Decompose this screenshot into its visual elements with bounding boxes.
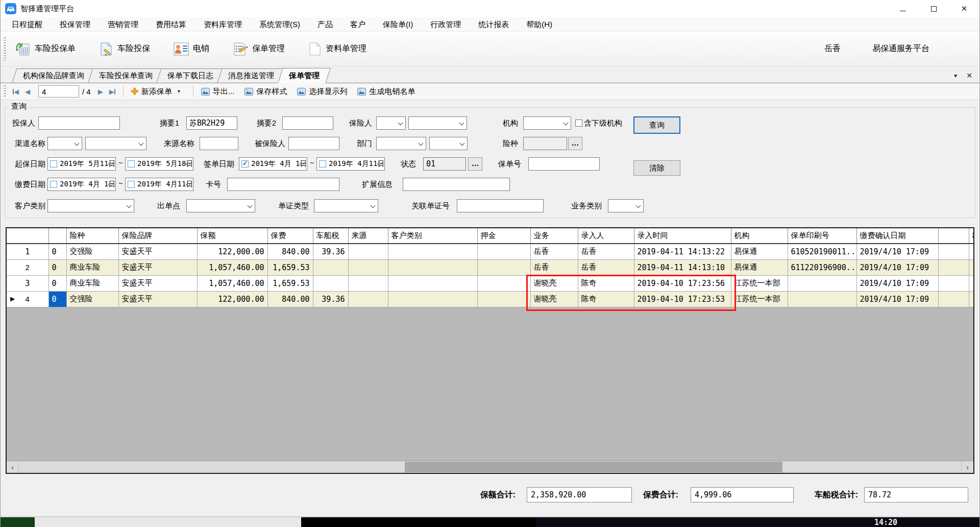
menu-system[interactable]: 系统管理(S) bbox=[251, 17, 309, 32]
cust-type-select[interactable] bbox=[47, 199, 134, 212]
scroll-right-icon[interactable]: › bbox=[961, 461, 973, 473]
grid-column-header-10[interactable]: 业务 bbox=[530, 228, 578, 244]
grid-cell[interactable]: 2019/4/10 17:09 bbox=[856, 291, 938, 307]
premium-total-value[interactable]: 4,999.06 bbox=[691, 487, 794, 502]
tab-org-brand-query[interactable]: 机构保险品牌查询 bbox=[12, 68, 95, 83]
status-input[interactable] bbox=[423, 157, 466, 171]
sign-date-to-picker[interactable]: 2019年 4月11日 bbox=[316, 157, 385, 171]
menu-policy[interactable]: 保险单(I) bbox=[374, 17, 422, 32]
insurer-select-2[interactable] bbox=[408, 116, 467, 130]
grid-cell[interactable] bbox=[938, 244, 969, 259]
record-number-input[interactable] bbox=[38, 85, 79, 98]
grid-column-header-7[interactable]: 来源 bbox=[348, 228, 388, 244]
grid-cell[interactable]: 岳香 bbox=[578, 259, 634, 275]
grid-cell[interactable]: 0 bbox=[48, 291, 66, 307]
minimize-button[interactable] bbox=[888, 0, 918, 17]
grid-cell[interactable] bbox=[477, 291, 530, 307]
grid-cell[interactable]: 2019-04-10 17:23:56 bbox=[634, 275, 731, 291]
channel-select-2[interactable] bbox=[85, 137, 146, 150]
menu-marketing[interactable]: 营销管理 bbox=[99, 17, 147, 32]
last-record-button[interactable]: ▶ bbox=[106, 88, 118, 95]
biz-type-select[interactable] bbox=[608, 199, 644, 212]
related-doc-no-input[interactable] bbox=[457, 199, 544, 212]
grid-cell[interactable]: 谢晓亮 bbox=[530, 275, 578, 291]
grid-cell[interactable]: 611220196900... bbox=[788, 259, 856, 275]
menu-admin[interactable]: 行政管理 bbox=[422, 17, 470, 32]
menu-report[interactable]: 统计报表 bbox=[470, 17, 518, 32]
grid-cell[interactable]: 易保通 bbox=[731, 244, 788, 259]
toolbar-policy-mgmt-button[interactable]: 保单管理 bbox=[227, 38, 290, 60]
dept-select-1[interactable] bbox=[376, 137, 426, 150]
tab-policy-mgmt[interactable]: 保单管理 bbox=[278, 68, 331, 83]
checkbox-icon[interactable] bbox=[319, 160, 326, 167]
grid-cell[interactable]: 谢晓亮 bbox=[530, 291, 578, 307]
grid-cell[interactable]: 江苏统一本部 bbox=[731, 275, 788, 291]
grid-column-header-8[interactable]: 客户类别 bbox=[388, 228, 477, 244]
grid-cell[interactable] bbox=[938, 291, 969, 307]
insurer-select-1[interactable] bbox=[376, 116, 406, 130]
grid-cell[interactable]: 安盛天平 bbox=[118, 291, 197, 307]
grid-cell[interactable] bbox=[938, 259, 969, 275]
grid-cell[interactable]: 交强险 bbox=[66, 291, 118, 307]
grid-cell[interactable]: 商业车险 bbox=[66, 259, 118, 275]
grid-cell[interactable] bbox=[788, 275, 856, 291]
grid-cell[interactable]: 1,057,460.00 bbox=[197, 275, 267, 291]
grid-cell[interactable] bbox=[477, 259, 530, 275]
dept-select-2[interactable] bbox=[429, 137, 468, 150]
add-policy-button[interactable]: ✚ 新添保单 ▼ bbox=[128, 85, 184, 98]
checkbox-checked-icon[interactable] bbox=[241, 160, 249, 167]
grid-column-header-17[interactable]: 出 bbox=[969, 228, 974, 244]
tab-list-dropdown-icon[interactable]: ▼ bbox=[953, 73, 958, 79]
start-date-to-picker[interactable]: 2019年 5月18日 bbox=[125, 157, 193, 171]
toolbar-datasheet-mgmt-button[interactable]: 资料单管理 bbox=[303, 38, 372, 60]
prev-record-button[interactable]: ◀ bbox=[22, 88, 33, 95]
navbar-grip[interactable] bbox=[4, 85, 6, 98]
row-header-cell[interactable]: 1 bbox=[7, 244, 48, 259]
grid-cell[interactable]: 2019/4/10 17:09 bbox=[856, 259, 938, 275]
grid-cell[interactable] bbox=[348, 275, 388, 291]
grid-cell[interactable]: 1,057,460.00 bbox=[197, 259, 267, 275]
tab-vehicle-proposal-query[interactable]: 车险投保单查询 bbox=[88, 68, 163, 83]
grid-cell[interactable]: 2019/4/10 17:09 bbox=[856, 275, 938, 291]
scrollbar-thumb[interactable] bbox=[405, 462, 782, 472]
grid-cell[interactable]: 0 bbox=[48, 244, 66, 259]
menu-database[interactable]: 资料库管理 bbox=[195, 17, 251, 32]
grid-cell[interactable] bbox=[348, 259, 388, 275]
grid-column-header-1[interactable] bbox=[48, 228, 66, 244]
grid-cell[interactable] bbox=[477, 275, 530, 291]
grid-cell[interactable]: 0 bbox=[48, 275, 66, 291]
grid-column-header-13[interactable]: 机构 bbox=[731, 228, 788, 244]
grid-column-header-12[interactable]: 录入时间 bbox=[634, 228, 731, 244]
risk-type-browse-button[interactable]: … bbox=[568, 137, 582, 150]
menu-help[interactable]: 帮助(H) bbox=[518, 17, 561, 32]
grid-cell[interactable] bbox=[388, 275, 477, 291]
grid-cell[interactable]: 商业车险 bbox=[66, 275, 118, 291]
export-button[interactable]: 导出... bbox=[198, 86, 238, 98]
grid-cell[interactable]: 安盛天平 bbox=[118, 275, 197, 291]
horizontal-scrollbar[interactable]: ‹ › bbox=[7, 461, 973, 473]
toolbar-vehicle-insure-button[interactable]: 车险投保 bbox=[93, 38, 156, 60]
grid-cell[interactable] bbox=[313, 259, 348, 275]
grid-cell[interactable]: 陈奇 bbox=[578, 291, 634, 307]
grid-cell[interactable] bbox=[969, 291, 974, 307]
grid-cell[interactable]: 1,659.53 bbox=[267, 259, 313, 275]
generate-telesales-list-button[interactable]: 生成电销名单 bbox=[354, 86, 418, 98]
grid-cell[interactable] bbox=[969, 259, 974, 275]
doc-type-select[interactable] bbox=[314, 199, 378, 212]
grid-cell[interactable]: 易保通 bbox=[731, 259, 788, 275]
row-header-cell[interactable]: ▶4 bbox=[7, 291, 48, 307]
grid-cell[interactable]: 岳香 bbox=[530, 259, 578, 275]
pay-date-to-picker[interactable]: 2019年 4月11日 bbox=[125, 178, 193, 191]
card-no-input[interactable] bbox=[227, 178, 339, 191]
grid-cell[interactable]: 122,000.00 bbox=[197, 291, 267, 307]
menu-schedule[interactable]: 日程提醒 bbox=[3, 17, 51, 32]
grid-column-header-16[interactable] bbox=[938, 228, 969, 244]
pay-date-from-picker[interactable]: 2019年 4月 1日 bbox=[47, 178, 116, 191]
tax-total-value[interactable]: 78.72 bbox=[864, 487, 968, 502]
channel-select-1[interactable] bbox=[47, 137, 82, 150]
grid-cell[interactable]: 安盛天平 bbox=[118, 244, 197, 259]
close-button[interactable]: ✕ bbox=[949, 0, 979, 17]
search-button[interactable]: 查询 bbox=[633, 116, 680, 134]
grid-cell[interactable]: 39.36 bbox=[313, 291, 348, 307]
grid-cell[interactable]: 1,659.53 bbox=[267, 275, 313, 291]
